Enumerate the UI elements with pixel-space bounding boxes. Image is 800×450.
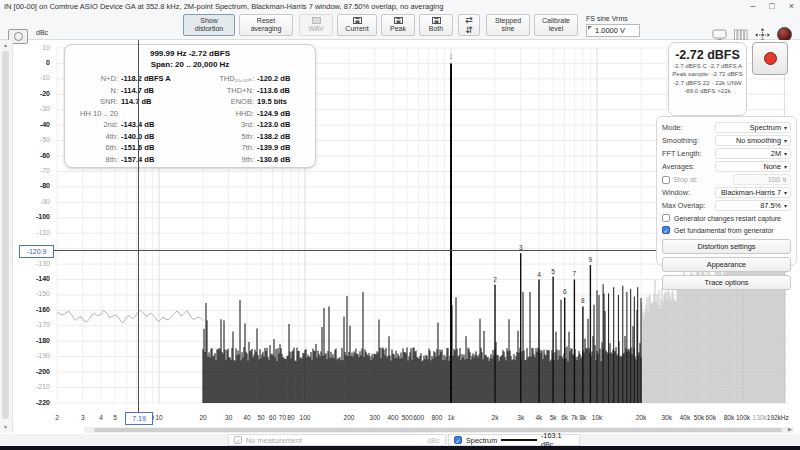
level-tick: -20 <box>16 90 50 97</box>
input-level-above-band: -89.0 dBFS >22k <box>669 87 746 95</box>
level-axis: 100-10-20-30-40-50-60-70-80-90-100-110-1… <box>14 40 52 413</box>
freq-tick: 7k <box>571 414 578 421</box>
close-button[interactable]: × <box>789 0 794 12</box>
generator-restart-checkbox[interactable]: Generator changes restart capture <box>662 212 791 224</box>
distortion-settings-button[interactable]: Distortion settings <box>662 239 791 254</box>
freq-tick: 200 <box>344 414 355 421</box>
level-tick: 0 <box>16 59 50 66</box>
show-distortion-button[interactable]: Show distortion <box>183 14 235 36</box>
distortion-label: 6th: <box>65 142 121 154</box>
spectrum-trace-checkbox[interactable]: ✓ <box>454 436 462 444</box>
horizontal-scrollbar[interactable] <box>84 427 794 433</box>
distortion-value: -123.0 dB <box>257 119 311 131</box>
chevron-down-icon: ▾ <box>784 124 787 131</box>
input-level-band: -2.7 dBFS 22 - 22k UNW <box>669 79 746 87</box>
reset-averaging-label: Reset averaging <box>243 17 289 33</box>
distortion-value: -114.7 dB <box>121 85 191 97</box>
freq-tick: 70 <box>279 414 286 421</box>
checkbox-icon[interactable] <box>662 214 670 222</box>
fft-length-select-row: FFT Length:2M▾ <box>662 147 791 160</box>
status-bar: ✓ No measurement dBc ✓ Spectrum -163.1 d… <box>0 434 800 446</box>
level-tick: -160 <box>16 306 50 313</box>
stop-at-checkbox[interactable] <box>662 176 670 184</box>
horizontal-scrollbar-thumb[interactable] <box>94 428 782 432</box>
smoothing-select[interactable]: No smoothing▾ <box>715 135 791 146</box>
trace-options-button[interactable]: Trace options <box>662 275 791 290</box>
max-overlap-select-row: Max Overlap:87.5%▾ <box>662 199 791 212</box>
level-tick: -200 <box>16 368 50 375</box>
level-tick: -220 <box>16 399 50 406</box>
freq-tick: 800 <box>431 414 442 421</box>
control-value: 87.5% <box>760 201 781 210</box>
chevron-down-icon: ▾ <box>784 163 787 170</box>
freq-tick: 2k <box>492 414 499 421</box>
transfer-arrows-button[interactable]: ⇄⇵ <box>458 14 480 36</box>
window-select[interactable]: Blackman-Harris 7▾ <box>715 187 791 198</box>
level-tick: -80 <box>16 182 50 189</box>
level-tick: -210 <box>16 383 50 390</box>
stepped-sine-button[interactable]: Stepped sine <box>486 14 530 36</box>
freq-tick: 30k <box>661 414 671 421</box>
save-peak-button[interactable]: Peak <box>381 14 415 36</box>
distortion-label: 5th: <box>191 131 257 143</box>
spectrum-trace-label: Spectrum <box>466 436 497 445</box>
distortion-label: 9th: <box>191 154 257 166</box>
calibrate-level-button[interactable]: Calibrate level <box>534 14 578 36</box>
checkbox-label: Get fundamental from generator <box>674 227 774 234</box>
scroll-right-icon[interactable]: ▶ <box>788 426 792 432</box>
control-value: Spectrum <box>750 123 781 132</box>
save-current-label: Current <box>345 25 368 33</box>
level-axis-unit: dBc <box>36 29 48 36</box>
save-both-button[interactable]: Both <box>419 14 453 36</box>
save-current-button[interactable]: Current <box>337 14 377 36</box>
distortion-value: -151.6 dB <box>121 142 191 154</box>
max-overlap-select[interactable]: 87.5%▾ <box>715 200 791 211</box>
maximize-button[interactable]: □ <box>769 0 774 12</box>
distortion-value: -143.4 dB <box>121 119 191 131</box>
freq-tick: 600 <box>413 414 424 421</box>
get-fundamental-checkbox[interactable]: ✓Get fundamental from generator <box>662 224 791 236</box>
stop-at-spinner[interactable]: 100⇅ <box>733 174 791 185</box>
freq-tick: 50 <box>257 414 264 421</box>
level-tick: -140 <box>16 275 50 282</box>
checkbox-icon[interactable]: ✓ <box>662 226 670 234</box>
distortion-value: 114.7 dB <box>121 96 191 108</box>
reset-averaging-button[interactable]: Reset averaging <box>239 14 293 36</box>
mode-select[interactable]: Spectrum▾ <box>715 122 791 133</box>
scroll-down-icon[interactable]: ▼ <box>3 424 8 430</box>
distortion-value: -140.0 dB <box>121 131 191 143</box>
scroll-up-icon[interactable]: ▲ <box>3 42 8 48</box>
spinner-arrows-icon[interactable]: ⇅ <box>782 176 787 183</box>
minimize-button[interactable]: – <box>750 0 755 12</box>
vertical-scrollbar-thumb[interactable] <box>2 51 9 419</box>
fft-length-select[interactable]: 2M▾ <box>715 148 791 159</box>
level-tick: -40 <box>16 121 50 128</box>
distortion-value: 19.5 bits <box>257 96 311 108</box>
averages-select[interactable]: None▾ <box>715 161 791 172</box>
record-button[interactable] <box>752 42 788 75</box>
mode-select-row: Mode:Spectrum▾ <box>662 121 791 134</box>
status-unit-label: dBc <box>427 436 440 445</box>
crosshair-vertical <box>138 40 139 424</box>
toolbar: Show distortion Reset averaging WAV Curr… <box>0 12 800 40</box>
no-measurement-checkbox[interactable]: ✓ <box>234 436 242 444</box>
floppy-icon <box>394 17 403 24</box>
show-distortion-label: Show distortion <box>187 17 231 33</box>
fs-sine-caption: FS sine Vrms <box>586 15 628 22</box>
freq-tick: 3k <box>517 414 524 421</box>
distortion-label: 7th: <box>191 142 257 154</box>
smoothing-select-row: Smoothing:No smoothing▾ <box>662 134 791 147</box>
distortion-value: -120.2 dB <box>257 73 311 85</box>
freq-tick: 6k <box>561 414 568 421</box>
wav-icon <box>312 17 321 24</box>
input-level-panel: -2.72 dBFS -2.7 dBFS C -2.7 dBFS A Peak … <box>668 42 747 116</box>
distortion-value: -139.9 dB <box>257 142 311 154</box>
vertical-scrollbar[interactable]: ▲ ▼ <box>0 40 13 433</box>
control-label: Smoothing: <box>662 136 699 145</box>
fs-sine-input[interactable]: 1.0000 V <box>586 24 640 37</box>
distortion-value <box>121 108 191 120</box>
window-select-row: Window:Blackman-Harris 7▾ <box>662 186 791 199</box>
freq-tick: 8k <box>579 414 586 421</box>
freq-tick: 60k <box>705 414 715 421</box>
appearance-button[interactable]: Appearance <box>662 257 791 272</box>
